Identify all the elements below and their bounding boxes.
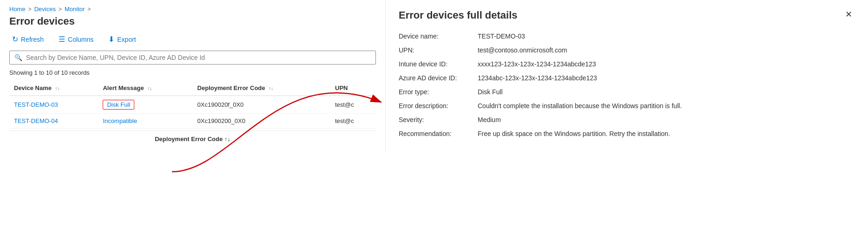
breadcrumb-monitor[interactable]: Monitor	[65, 6, 85, 13]
export-icon: ⬇	[108, 36, 114, 43]
close-button[interactable]: ✕	[842, 9, 855, 19]
table-footer: Deployment Error Code ↑↓	[9, 130, 376, 147]
error-code-cell-2: 0Xc1900200_0X0	[193, 114, 330, 129]
columns-button[interactable]: ☰ Columns	[56, 34, 96, 45]
detail-label-recommendation: Recommendation:	[399, 130, 478, 137]
columns-label: Columns	[68, 36, 93, 43]
alert-message-cell-2: Incompatible	[98, 114, 192, 129]
detail-value-error-desc: Couldn't complete the installation becau…	[478, 102, 855, 110]
columns-icon: ☰	[59, 36, 65, 43]
sort-device-name-icon: ↑↓	[55, 86, 60, 91]
page-title: Error devices	[9, 15, 376, 27]
detail-value-azure-id: 1234abc-123x-123x-1234-1234abcde123	[478, 74, 855, 82]
devices-table: Device Name ↑↓ Alert Message ↑↓ Deployme…	[9, 81, 376, 129]
detail-label-azure-id: Azure AD device ID:	[399, 74, 478, 82]
upn-cell-1: test@c	[330, 96, 376, 114]
refresh-label: Refresh	[21, 36, 44, 43]
sort-error-code-icon: ↑↓	[269, 86, 273, 91]
detail-value-severity: Medium	[478, 116, 855, 123]
breadcrumb-sep-3: >	[87, 6, 91, 13]
detail-label-error-desc: Error description:	[399, 102, 478, 110]
search-icon: 🔍	[14, 54, 22, 61]
detail-label-upn: UPN:	[399, 46, 478, 54]
records-info: Showing 1 to 10 of 10 records	[9, 69, 376, 76]
device-link-demo03[interactable]: TEST-DEMO-03	[14, 101, 58, 108]
sort-alert-icon: ↑↓	[147, 86, 152, 91]
device-name-cell-2: TEST-DEMO-04	[9, 114, 98, 129]
detail-header: Error devices full details ✕	[399, 9, 855, 21]
left-panel: Home > Devices > Monitor > Error devices…	[0, 0, 386, 153]
breadcrumb-sep-2: >	[59, 6, 62, 13]
breadcrumb: Home > Devices > Monitor >	[9, 6, 376, 13]
alert-disk-full[interactable]: Disk Full	[103, 100, 134, 110]
detail-value-upn: test@contoso.onmicrosoft.com	[478, 46, 855, 54]
breadcrumb-home[interactable]: Home	[9, 6, 26, 13]
search-input[interactable]	[26, 54, 371, 61]
table-container: Device Name ↑↓ Alert Message ↑↓ Deployme…	[9, 81, 376, 129]
device-link-demo04[interactable]: TEST-DEMO-04	[14, 117, 58, 124]
detail-label-device-name: Device name:	[399, 32, 478, 40]
toolbar: ↻ Refresh ☰ Columns ⬇ Export	[9, 34, 376, 45]
detail-label-intune-id: Intune device ID:	[399, 60, 478, 68]
detail-value-recommendation: Free up disk space on the Windows partit…	[478, 130, 855, 137]
error-code-cell-1: 0Xc190020f_0X0	[193, 96, 330, 114]
col-upn[interactable]: UPN	[330, 81, 376, 96]
detail-value-error-type: Disk Full	[478, 88, 855, 96]
export-label: Export	[117, 36, 136, 43]
table-row: TEST-DEMO-04 Incompatible 0Xc1900200_0X0…	[9, 114, 376, 129]
alert-incompatible[interactable]: Incompatible	[103, 117, 137, 124]
upn-cell-2: test@c	[330, 114, 376, 129]
detail-title: Error devices full details	[399, 9, 518, 21]
alert-message-cell: Disk Full	[98, 96, 192, 114]
refresh-icon: ↻	[12, 36, 18, 43]
export-button[interactable]: ⬇ Export	[105, 34, 138, 45]
detail-value-device-name: TEST-DEMO-03	[478, 32, 855, 40]
breadcrumb-sep-1: >	[28, 6, 32, 13]
col-deployment-error-code[interactable]: Deployment Error Code ↑↓	[193, 81, 330, 96]
detail-value-intune-id: xxxx123-123x-123x-1234-1234abcde123	[478, 60, 855, 68]
refresh-button[interactable]: ↻ Refresh	[9, 34, 46, 45]
col-alert-message[interactable]: Alert Message ↑↓	[98, 81, 192, 96]
detail-label-severity: Severity:	[399, 116, 478, 123]
detail-label-error-type: Error type:	[399, 88, 478, 96]
breadcrumb-devices[interactable]: Devices	[34, 6, 56, 13]
search-bar: 🔍	[9, 51, 376, 65]
detail-grid: Device name: TEST-DEMO-03 UPN: test@cont…	[399, 32, 855, 137]
table-row: TEST-DEMO-03 Disk Full 0Xc190020f_0X0 te…	[9, 96, 376, 114]
right-panel: Error devices full details ✕ Device name…	[386, 0, 868, 246]
device-name-cell: TEST-DEMO-03	[9, 96, 98, 114]
col-device-name[interactable]: Device Name ↑↓	[9, 81, 98, 96]
